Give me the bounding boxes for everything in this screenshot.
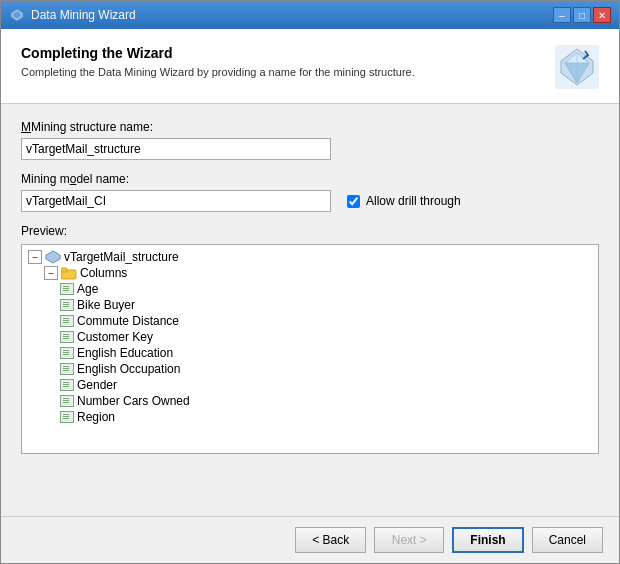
- columns-label: Columns: [80, 266, 127, 280]
- item-label: Bike Buyer: [77, 298, 135, 312]
- column-icon-age: [60, 283, 74, 295]
- root-expand-icon[interactable]: –: [28, 250, 42, 264]
- window-title: Data Mining Wizard: [31, 8, 136, 22]
- header-text: Completing the Wizard Completing the Dat…: [21, 45, 415, 80]
- tree-item-age[interactable]: Age: [26, 281, 594, 297]
- column-icon-gender: [60, 379, 74, 391]
- columns-expand-icon[interactable]: –: [44, 266, 58, 280]
- maximize-button[interactable]: □: [573, 7, 591, 23]
- tree-item-occupation[interactable]: English Occupation: [26, 361, 594, 377]
- title-controls: – □ ✕: [553, 7, 611, 23]
- page-description: Completing the Data Mining Wizard by pro…: [21, 65, 415, 80]
- back-button[interactable]: < Back: [295, 527, 366, 553]
- tree-item-education[interactable]: English Education: [26, 345, 594, 361]
- column-icon-numcars: [60, 395, 74, 407]
- preview-group: Preview: – vTargetMail_structure –: [21, 224, 599, 454]
- app-icon: [9, 7, 25, 23]
- structure-icon: [45, 250, 61, 264]
- tree-item-customerkey[interactable]: Customer Key: [26, 329, 594, 345]
- item-label: Region: [77, 410, 115, 424]
- model-row: Allow drill through: [21, 190, 599, 212]
- structure-name-group: MMining structure name:: [21, 120, 599, 160]
- column-icon-bikebuyer: [60, 299, 74, 311]
- folder-icon: [61, 267, 77, 280]
- column-icon-education: [60, 347, 74, 359]
- root-label: vTargetMail_structure: [64, 250, 179, 264]
- tree-columns-item[interactable]: – Columns: [26, 265, 594, 281]
- tree-item-commute[interactable]: Commute Distance: [26, 313, 594, 329]
- item-label: Age: [77, 282, 98, 296]
- tree-item-gender[interactable]: Gender: [26, 377, 594, 393]
- drill-through-row: Allow drill through: [347, 194, 461, 208]
- minimize-button[interactable]: –: [553, 7, 571, 23]
- header-section: Completing the Wizard Completing the Dat…: [1, 29, 619, 104]
- preview-tree[interactable]: – vTargetMail_structure – Columns: [21, 244, 599, 454]
- next-button[interactable]: Next >: [374, 527, 444, 553]
- page-title: Completing the Wizard: [21, 45, 415, 61]
- tree-item-bikebuyer[interactable]: Bike Buyer: [26, 297, 594, 313]
- svg-rect-9: [61, 268, 67, 272]
- column-icon-customerkey: [60, 331, 74, 343]
- title-bar-left: Data Mining Wizard: [9, 7, 136, 23]
- structure-name-input[interactable]: [21, 138, 331, 160]
- item-label: Commute Distance: [77, 314, 179, 328]
- item-label: Number Cars Owned: [77, 394, 190, 408]
- main-section: MMining structure name: Mining model nam…: [1, 104, 619, 516]
- item-label: English Occupation: [77, 362, 180, 376]
- close-button[interactable]: ✕: [593, 7, 611, 23]
- model-name-input[interactable]: [21, 190, 331, 212]
- column-icon-occupation: [60, 363, 74, 375]
- tree-item-numcars[interactable]: Number Cars Owned: [26, 393, 594, 409]
- title-bar: Data Mining Wizard – □ ✕: [1, 1, 619, 29]
- column-icon-commute: [60, 315, 74, 327]
- item-label: English Education: [77, 346, 173, 360]
- drill-through-checkbox[interactable]: [347, 195, 360, 208]
- drill-through-label: Allow drill through: [366, 194, 461, 208]
- finish-button[interactable]: Finish: [452, 527, 523, 553]
- column-icon-region: [60, 411, 74, 423]
- content: Completing the Wizard Completing the Dat…: [1, 29, 619, 563]
- preview-label: Preview:: [21, 224, 599, 238]
- footer: < Back Next > Finish Cancel: [1, 516, 619, 563]
- structure-name-label: MMining structure name:: [21, 120, 599, 134]
- item-label: Customer Key: [77, 330, 153, 344]
- item-label: Gender: [77, 378, 117, 392]
- model-name-group: Mining model name: Allow drill through: [21, 172, 599, 212]
- tree-item-region[interactable]: Region: [26, 409, 594, 425]
- window: Data Mining Wizard – □ ✕ Completing the …: [0, 0, 620, 564]
- cancel-button[interactable]: Cancel: [532, 527, 603, 553]
- tree-root-item[interactable]: – vTargetMail_structure: [26, 249, 594, 265]
- svg-marker-7: [46, 251, 60, 263]
- model-name-label: Mining model name:: [21, 172, 599, 186]
- gem-icon: [555, 45, 599, 89]
